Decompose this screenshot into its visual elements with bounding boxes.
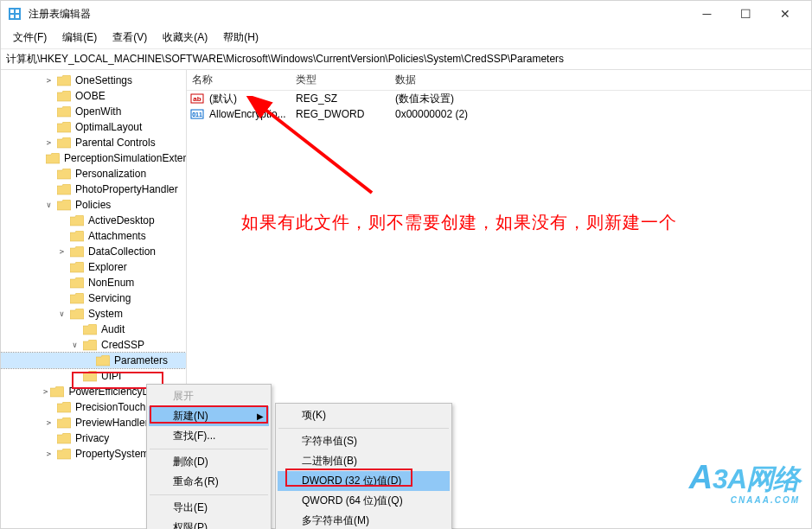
expand-icon[interactable]: > [43, 387, 48, 396]
tree-item[interactable]: Audit [1, 322, 186, 337]
ctx-find[interactable]: 查找(F)... [149, 426, 269, 446]
context-submenu-new: 项(K) 字符串值(S) 二进制值(B) DWORD (32 位)值(D) QW… [275, 403, 452, 529]
list-row[interactable]: 011AllowEncryptio...REG_DWORD0x00000002 … [187, 106, 811, 122]
tree-item[interactable]: NonEnum [1, 275, 186, 290]
folder-icon [57, 417, 71, 429]
folder-icon [57, 75, 71, 86]
ctx-delete[interactable]: 删除(D) [149, 452, 269, 472]
minimize-button[interactable]: ─ [687, 1, 726, 27]
tree-item[interactable]: PerceptionSimulationExtensions [1, 150, 186, 166]
ctx-new-multistring[interactable]: 多字符串值(M) [278, 511, 450, 529]
collapse-icon[interactable]: ∨ [56, 309, 67, 318]
ctx-new[interactable]: 新建(N)▶ [149, 406, 269, 426]
string-value-icon: ab [190, 92, 204, 105]
folder-icon [83, 371, 97, 382]
tree-label: PerceptionSimulationExtensions [62, 152, 187, 164]
annotation-text: 如果有此文件，则不需要创建，如果没有，则新建一个 [241, 211, 677, 234]
tree-item[interactable]: ActiveDesktop [1, 213, 186, 228]
folder-icon [50, 386, 64, 398]
tree-item[interactable]: PhotoPropertyHandler [1, 182, 186, 197]
tree-label: PreviewHandlers [74, 417, 156, 429]
svg-rect-4 [16, 15, 19, 18]
tree-label: OOBE [74, 90, 107, 102]
address-bar[interactable]: 计算机\HKEY_LOCAL_MACHINE\SOFTWARE\Microsof… [1, 49, 811, 70]
tree-label: PhotoPropertyHandler [74, 183, 180, 195]
menu-help[interactable]: 帮助(H) [216, 29, 265, 47]
menu-edit[interactable]: 编辑(E) [55, 29, 104, 47]
app-icon [8, 7, 22, 21]
ctx-new-string[interactable]: 字符串值(S) [278, 431, 450, 451]
ctx-new-key[interactable]: 项(K) [278, 405, 450, 425]
tree-item[interactable]: >Parental Controls [1, 135, 186, 150]
folder-icon [57, 433, 71, 444]
folder-icon [83, 324, 97, 335]
expand-icon[interactable]: > [56, 247, 67, 256]
menu-view[interactable]: 查看(V) [105, 29, 154, 47]
folder-icon [57, 169, 71, 180]
folder-icon [70, 293, 84, 304]
tree-label: ActiveDesktop [86, 214, 157, 226]
ctx-rename[interactable]: 重命名(R) [149, 472, 269, 492]
folder-icon [70, 262, 84, 273]
close-button[interactable]: ✕ [765, 1, 804, 27]
expand-icon[interactable]: > [43, 138, 54, 147]
folder-icon [57, 137, 71, 149]
watermark-logo: A3A网络 CNAAA.COM [689, 459, 800, 505]
menu-favorites[interactable]: 收藏夹(A) [156, 29, 214, 47]
folder-icon [57, 449, 71, 460]
tree-label: Privacy [74, 432, 111, 444]
col-data[interactable]: 数据 [390, 70, 811, 90]
list-row[interactable]: ab(默认)REG_SZ(数值未设置) [187, 91, 811, 106]
ctx-export[interactable]: 导出(E) [149, 498, 269, 518]
menubar: 文件(F) 编辑(E) 查看(V) 收藏夹(A) 帮助(H) [1, 27, 811, 49]
tree-label: Audit [99, 323, 126, 335]
watermark-swoosh: A [689, 459, 713, 495]
tree-item[interactable]: OOBE [1, 88, 186, 104]
maximize-button[interactable]: ☐ [726, 1, 765, 27]
tree-item[interactable]: Explorer [1, 259, 186, 275]
folder-icon [57, 91, 71, 102]
folder-icon [70, 309, 84, 320]
window-title: 注册表编辑器 [29, 7, 687, 22]
dword-value-icon: 011 [190, 107, 204, 121]
ctx-new-dword[interactable]: DWORD (32 位)值(D) [278, 471, 450, 491]
svg-text:ab: ab [193, 95, 201, 103]
tree-item[interactable]: Servicing [1, 290, 186, 306]
tree-item[interactable]: UIPI [1, 368, 186, 384]
tree-label: Servicing [86, 292, 132, 304]
expand-icon[interactable]: > [43, 76, 54, 85]
menu-file[interactable]: 文件(F) [6, 29, 54, 47]
tree-item[interactable]: Attachments [1, 228, 186, 244]
expand-icon[interactable]: > [43, 449, 54, 458]
tree-item[interactable]: >OneSettings [1, 73, 186, 88]
cell-type: REG_DWORD [291, 108, 390, 120]
folder-icon [57, 106, 71, 118]
folder-icon [57, 122, 71, 133]
tree-item[interactable]: ∨Policies [1, 197, 186, 213]
folder-icon [70, 215, 84, 226]
tree-label: System [86, 308, 125, 320]
tree-item[interactable]: ∨CredSSP [1, 337, 186, 353]
collapse-icon[interactable]: ∨ [43, 201, 54, 209]
col-name[interactable]: 名称 [187, 70, 291, 90]
tree-item[interactable]: Parameters [1, 353, 186, 368]
tree-item[interactable]: Personalization [1, 166, 186, 182]
tree-item[interactable]: >DataCollection [1, 244, 186, 259]
col-type[interactable]: 类型 [291, 70, 390, 90]
tree-label: Personalization [74, 168, 148, 180]
tree-label: Attachments [86, 230, 148, 242]
ctx-new-qword[interactable]: QWORD (64 位)值(Q) [278, 491, 450, 511]
cell-data: 0x00000002 (2) [390, 108, 473, 120]
tree-item[interactable]: OpenWith [1, 104, 186, 119]
tree-item[interactable]: ∨System [1, 306, 186, 322]
folder-icon [57, 402, 71, 413]
expand-icon[interactable]: > [43, 418, 54, 427]
tree-item[interactable]: OptimalLayout [1, 119, 186, 135]
cell-name: (默认) [204, 92, 291, 106]
ctx-new-binary[interactable]: 二进制值(B) [278, 451, 450, 471]
tree-label: CredSSP [99, 339, 146, 351]
ctx-permissions[interactable]: 权限(P)... [149, 518, 269, 529]
tree-label: OpenWith [74, 105, 123, 118]
collapse-icon[interactable]: ∨ [69, 341, 80, 349]
svg-rect-3 [10, 15, 14, 18]
